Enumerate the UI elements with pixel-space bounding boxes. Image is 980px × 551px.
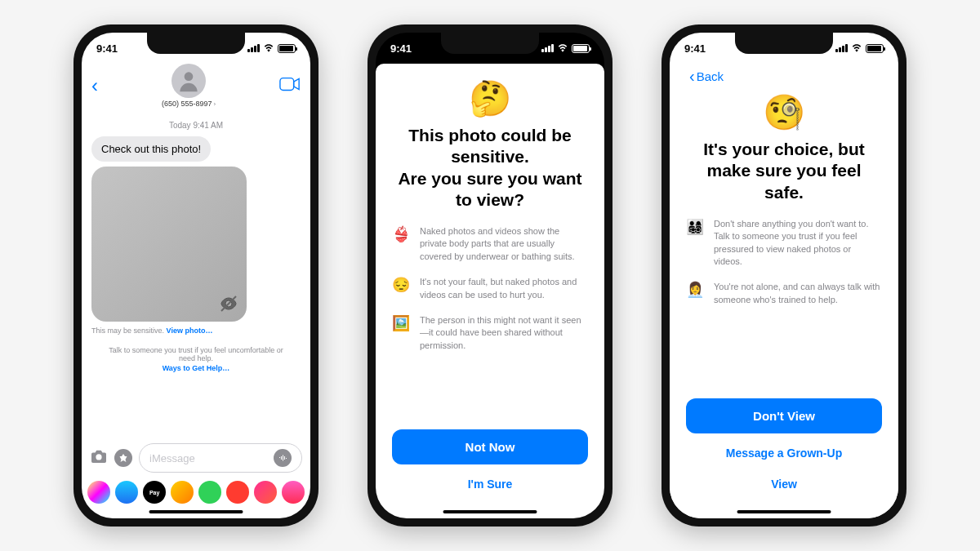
bullet-emoji-icon: 🖼️ bbox=[392, 314, 410, 332]
dont-view-button[interactable]: Don't View bbox=[686, 398, 882, 433]
hero-emoji: 🤔 bbox=[392, 78, 588, 118]
blurred-photo[interactable] bbox=[91, 167, 247, 322]
svg-point-0 bbox=[185, 72, 194, 81]
app-icon[interactable] bbox=[198, 481, 221, 504]
bullet-item: 😔It's not your fault, but naked photos a… bbox=[392, 276, 588, 301]
message-grownup-button[interactable]: Message a Grown-Up bbox=[686, 442, 882, 464]
phone-confirm-sensitive: 9:41 🤔 This photo could be sensitive. Ar… bbox=[368, 24, 612, 527]
view-button[interactable]: View bbox=[686, 473, 882, 495]
im-sure-button[interactable]: I'm Sure bbox=[392, 473, 588, 495]
bullet-item: 👨‍👩‍👧‍👦Don't share anything you don't wa… bbox=[686, 218, 882, 269]
wifi-icon bbox=[557, 44, 568, 52]
hero-emoji: 🧐 bbox=[686, 92, 882, 132]
ways-to-help-link[interactable]: Ways to Get Help… bbox=[105, 364, 287, 372]
bullet-list: 👨‍👩‍👧‍👦Don't share anything you don't wa… bbox=[686, 218, 882, 398]
apps-icon[interactable] bbox=[114, 449, 132, 467]
bullet-emoji-icon: 👙 bbox=[392, 225, 410, 243]
memoji-app-icon[interactable] bbox=[171, 481, 194, 504]
home-indicator[interactable] bbox=[149, 510, 243, 513]
app-icon[interactable] bbox=[254, 481, 277, 504]
bullet-text: Naked photos and videos show the private… bbox=[420, 225, 588, 263]
bullet-item: 👩‍💼You're not alone, and can always talk… bbox=[686, 281, 882, 306]
sensitive-label: This may be sensitive. bbox=[91, 327, 164, 335]
bullet-item: 👙Naked photos and videos show the privat… bbox=[392, 225, 588, 263]
avatar[interactable] bbox=[172, 64, 206, 98]
bullet-text: You're not alone, and can always talk wi… bbox=[714, 281, 882, 306]
incoming-message[interactable]: Check out this photo! bbox=[91, 136, 211, 162]
app-icon[interactable] bbox=[226, 481, 249, 504]
conversation-body: Today 9:41 AM Check out this photo! This… bbox=[82, 113, 310, 438]
bullet-emoji-icon: 😔 bbox=[392, 276, 410, 294]
facetime-icon[interactable] bbox=[279, 76, 301, 96]
bullet-text: Don't share anything you don't want to. … bbox=[714, 218, 882, 269]
timestamp: Today 9:41 AM bbox=[91, 121, 301, 130]
notch bbox=[735, 33, 833, 54]
hidden-eye-icon bbox=[219, 294, 238, 313]
chevron-right-icon: › bbox=[213, 100, 216, 108]
svg-point-3 bbox=[96, 454, 101, 460]
bullet-text: The person in this might not want it see… bbox=[420, 314, 588, 352]
wifi-icon bbox=[263, 44, 274, 52]
status-time: 9:41 bbox=[390, 42, 412, 55]
camera-icon[interactable] bbox=[90, 449, 108, 467]
music-app-icon[interactable] bbox=[282, 481, 305, 504]
wifi-icon bbox=[851, 44, 862, 52]
home-indicator[interactable] bbox=[443, 510, 537, 513]
bullet-emoji-icon: 👩‍💼 bbox=[686, 281, 704, 299]
signal-icon bbox=[835, 44, 848, 52]
appstore-app-icon[interactable] bbox=[115, 481, 138, 504]
battery-icon bbox=[866, 44, 884, 53]
not-now-button[interactable]: Not Now bbox=[392, 429, 588, 464]
svg-rect-1 bbox=[280, 78, 294, 91]
battery-icon bbox=[572, 44, 590, 53]
notch bbox=[147, 33, 245, 54]
signal-icon bbox=[247, 44, 260, 52]
photos-app-icon[interactable] bbox=[87, 481, 110, 504]
notch bbox=[441, 33, 539, 54]
bullet-list: 👙Naked photos and videos show the privat… bbox=[392, 225, 588, 429]
chevron-left-icon: ‹ bbox=[689, 67, 695, 86]
mic-icon[interactable] bbox=[274, 449, 292, 467]
back-button[interactable]: ‹ Back bbox=[686, 64, 882, 86]
bullet-item: 🖼️The person in this might not want it s… bbox=[392, 314, 588, 352]
back-icon[interactable]: ‹ bbox=[91, 76, 98, 96]
home-indicator[interactable] bbox=[737, 510, 831, 513]
signal-icon bbox=[541, 44, 554, 52]
applepay-app-icon[interactable]: Pay bbox=[143, 481, 166, 504]
battery-icon bbox=[278, 44, 296, 53]
phone-your-choice: 9:41 ‹ Back 🧐 It's your choice, but make… bbox=[662, 24, 906, 527]
status-time: 9:41 bbox=[684, 42, 706, 55]
view-photo-link[interactable]: View photo… bbox=[167, 327, 213, 335]
sheet-title: It's your choice, but make sure you feel… bbox=[686, 139, 882, 203]
phone-messages: 9:41 ‹ (650) 555-8997› Today 9:41 AM Che… bbox=[74, 24, 318, 527]
bullet-emoji-icon: 👨‍👩‍👧‍👦 bbox=[686, 218, 704, 236]
status-time: 9:41 bbox=[96, 42, 118, 55]
message-input-bar: iMessage bbox=[82, 438, 310, 478]
bullet-text: It's not your fault, but naked photos an… bbox=[420, 276, 588, 301]
sheet-title: This photo could be sensitive. Are you s… bbox=[392, 125, 588, 211]
messages-header: ‹ (650) 555-8997› bbox=[82, 64, 310, 113]
contact-name[interactable]: (650) 555-8997 bbox=[162, 100, 212, 108]
trust-text: Talk to someone you trust if you feel un… bbox=[109, 346, 283, 362]
message-input[interactable]: iMessage bbox=[139, 443, 302, 473]
